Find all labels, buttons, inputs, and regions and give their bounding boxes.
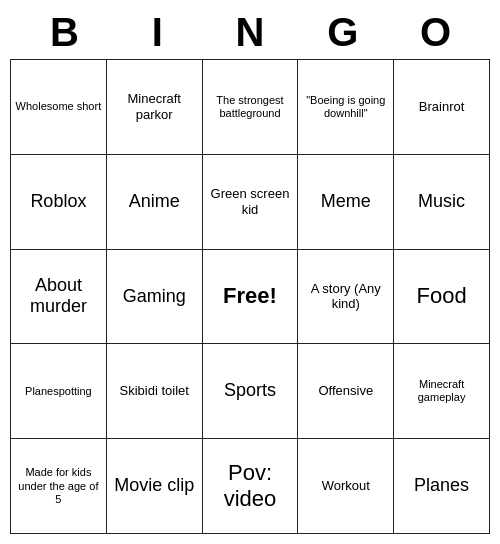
cell-r2-c4: Food xyxy=(394,249,490,344)
cell-r4-c1: Movie clip xyxy=(106,439,202,534)
title-b: B xyxy=(18,10,111,55)
cell-r4-c2: Pov: video xyxy=(202,439,298,534)
bingo-grid: Wholesome shortMinecraft parkorThe stron… xyxy=(10,59,490,534)
cell-r2-c0: About murder xyxy=(11,249,107,344)
title-n: N xyxy=(204,10,297,55)
cell-r0-c4: Brainrot xyxy=(394,60,490,155)
title-o: O xyxy=(389,10,482,55)
cell-r3-c4: Minecraft gameplay xyxy=(394,344,490,439)
cell-r4-c0: Made for kids under the age of 5 xyxy=(11,439,107,534)
title-g: G xyxy=(296,10,389,55)
cell-r3-c0: Planespotting xyxy=(11,344,107,439)
title-i: I xyxy=(111,10,204,55)
cell-r0-c1: Minecraft parkor xyxy=(106,60,202,155)
cell-r4-c4: Planes xyxy=(394,439,490,534)
cell-r2-c2: Free! xyxy=(202,249,298,344)
cell-r2-c3: A story (Any kind) xyxy=(298,249,394,344)
bingo-title: B I N G O xyxy=(10,10,490,55)
cell-r0-c3: "Boeing is going downhill" xyxy=(298,60,394,155)
cell-r1-c2: Green screen kid xyxy=(202,154,298,249)
cell-r1-c4: Music xyxy=(394,154,490,249)
cell-r1-c1: Anime xyxy=(106,154,202,249)
cell-r4-c3: Workout xyxy=(298,439,394,534)
cell-r3-c3: Offensive xyxy=(298,344,394,439)
cell-r1-c0: Roblox xyxy=(11,154,107,249)
cell-r1-c3: Meme xyxy=(298,154,394,249)
cell-r3-c1: Skibidi toilet xyxy=(106,344,202,439)
cell-r0-c0: Wholesome short xyxy=(11,60,107,155)
cell-r2-c1: Gaming xyxy=(106,249,202,344)
cell-r3-c2: Sports xyxy=(202,344,298,439)
cell-r0-c2: The strongest battleground xyxy=(202,60,298,155)
